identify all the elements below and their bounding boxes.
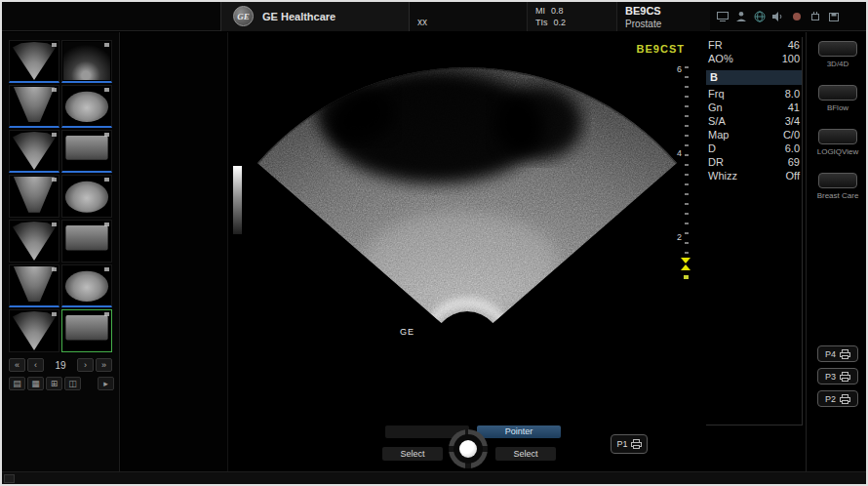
image-preset-label: BE9CST — [622, 43, 685, 55]
trackball[interactable] — [449, 429, 488, 468]
thumbnail[interactable] — [61, 220, 112, 263]
focus-dot-icon — [684, 275, 689, 279]
p3-print-button[interactable]: P3 — [817, 368, 858, 385]
display-icon — [716, 10, 730, 23]
depth-tick-label: 2 — [669, 232, 682, 242]
thumbnail[interactable] — [61, 309, 112, 352]
mode-button-3d4d[interactable] — [818, 41, 857, 57]
param-value: 41 — [788, 101, 800, 115]
panel-divider — [806, 32, 807, 471]
param-value: 3/4 — [785, 115, 800, 129]
clipboard-toolbar: ▤ ▦ ⊞ ◫ ▸ — [9, 377, 114, 390]
mode-button-logiqview[interactable] — [818, 129, 857, 144]
printer-icon — [840, 349, 850, 359]
select-left-softkey[interactable]: Select — [382, 447, 443, 461]
ge-logo-icon: GE — [233, 6, 254, 26]
network-icon — [753, 10, 767, 23]
thumbnail[interactable] — [61, 175, 112, 218]
thumbnail[interactable] — [9, 309, 59, 352]
storage-icon — [827, 10, 841, 23]
fr-value: 46 — [788, 39, 800, 53]
mode-button-breastcare[interactable] — [818, 173, 857, 188]
thumbnail[interactable] — [9, 220, 59, 263]
speaker-icon — [771, 10, 785, 23]
thumbnail[interactable] — [9, 264, 59, 307]
record-icon — [790, 10, 804, 23]
panel-divider — [706, 425, 803, 425]
p2-print-button[interactable]: P2 — [817, 390, 858, 407]
clipboard-sidebar: « ‹ 19 › » ▤ ▦ ⊞ ◫ ▸ — [2, 32, 120, 471]
tis-label: TIs — [535, 18, 548, 27]
thumbnail[interactable] — [61, 264, 112, 307]
depth-tick-label: 4 — [669, 148, 682, 158]
thumbnail[interactable] — [9, 175, 59, 218]
next-page-button[interactable]: › — [77, 358, 94, 372]
grid-tool-icon[interactable]: ▦ — [27, 377, 44, 390]
ultrasound-image — [228, 33, 706, 355]
bottom-status-bar — [2, 471, 866, 484]
print-button-column: P4 P3 P2 — [808, 345, 868, 407]
p3-label: P3 — [825, 372, 836, 382]
pointer-softkey[interactable]: Pointer — [477, 425, 561, 438]
parameter-row: MapC/0 — [708, 129, 800, 142]
parameter-row: Frq8.0 — [708, 88, 800, 101]
select-right-softkey[interactable]: Select — [495, 447, 556, 461]
parameter-row: WhizzOff — [708, 170, 800, 183]
printer-icon — [631, 439, 642, 449]
bottom-corner-button[interactable] — [4, 474, 15, 483]
param-label: Whizz — [708, 170, 737, 183]
mode-button-column: 3D/4D BFlow LOGIQView Breast Care — [808, 41, 868, 217]
brand-name: GE Healthcare — [262, 11, 335, 22]
p4-print-button[interactable]: P4 — [817, 345, 858, 362]
mode-button-bflow[interactable] — [818, 85, 857, 101]
parameter-row: Gn41 — [708, 101, 800, 115]
panel-divider — [802, 37, 803, 425]
mode-button-label: Breast Care — [808, 191, 868, 200]
add-tool-icon[interactable]: ⊞ — [46, 377, 62, 390]
grayscale-bar — [233, 166, 242, 234]
p4-label: P4 — [825, 349, 836, 359]
p2-label: P2 — [825, 394, 836, 404]
thumbnail[interactable] — [9, 130, 59, 173]
thumbnail[interactable] — [61, 85, 112, 128]
patient-id-field[interactable]: xx — [410, 2, 527, 31]
status-icon-tray — [710, 2, 866, 31]
acoustic-output-row: AO% 100 — [708, 53, 800, 66]
usb-icon — [809, 10, 822, 23]
layout-tool-icon[interactable]: ▤ — [9, 377, 25, 390]
exam-preset: Prostate — [625, 19, 661, 29]
thumbnail[interactable] — [9, 85, 59, 128]
frame-rate-row: FR 46 — [708, 39, 800, 53]
probe-panel[interactable]: BE9CS Prostate — [616, 2, 710, 31]
patient-id-text: xx — [417, 17, 427, 27]
param-value: 6.0 — [785, 142, 800, 156]
acoustic-output-panel: MI 0.8 TIs 0.2 — [527, 2, 616, 31]
user-icon — [734, 10, 748, 23]
first-page-button[interactable]: « — [9, 358, 25, 372]
prev-page-button[interactable]: ‹ — [27, 358, 44, 372]
param-label: S/A — [708, 115, 726, 129]
depth-ruler — [685, 66, 689, 254]
param-value: 8.0 — [785, 88, 800, 101]
ultrasound-console-screen: GE GE Healthcare xx MI 0.8 TIs 0.2 BE9CS… — [0, 0, 868, 486]
compare-tool-icon[interactable]: ◫ — [64, 377, 81, 390]
parameter-row: S/A3/4 — [708, 115, 800, 129]
focus-marker-icon — [681, 258, 690, 270]
expand-clipboard-icon[interactable]: ▸ — [98, 377, 114, 390]
param-label: D — [708, 142, 716, 156]
probe-name: BE9CS — [625, 5, 661, 17]
brand-panel: GE GE Healthcare — [220, 2, 410, 31]
printer-icon — [840, 372, 850, 382]
parameter-list: Frq8.0 Gn41 S/A3/4 MapC/0 D6.0 DR69 Whiz… — [708, 88, 800, 183]
thumbnail[interactable] — [61, 130, 112, 173]
mode-button-label: LOGIQView — [808, 147, 868, 156]
p1-print-button[interactable]: P1 — [611, 434, 648, 454]
thumbnail[interactable] — [9, 40, 59, 83]
thumbnail[interactable] — [61, 40, 112, 83]
p1-label: P1 — [616, 439, 627, 449]
param-value: Off — [786, 170, 800, 183]
ao-value: 100 — [782, 53, 800, 66]
mode-indicator: B — [706, 70, 803, 85]
last-page-button[interactable]: » — [96, 358, 112, 372]
param-label: DR — [708, 156, 724, 170]
